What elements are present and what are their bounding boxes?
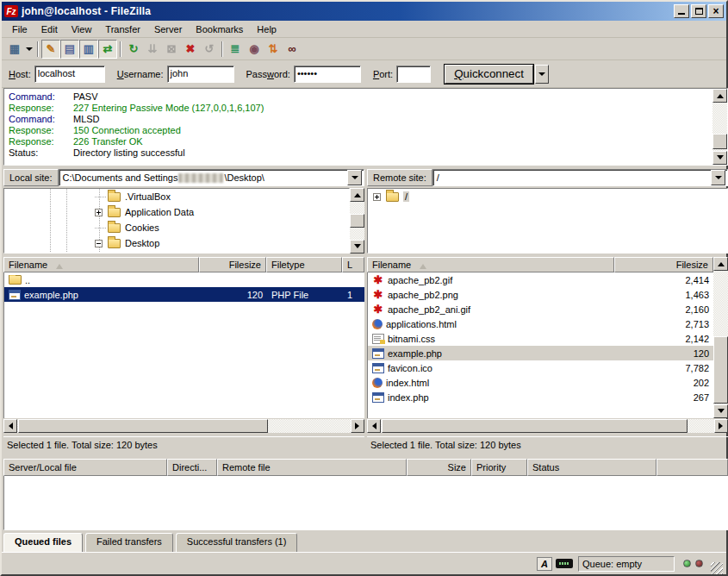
- local-column-l[interactable]: L: [342, 257, 364, 272]
- username-input[interactable]: john: [167, 66, 234, 83]
- cancel-button[interactable]: ⊠: [162, 40, 181, 59]
- resize-grip[interactable]: [711, 562, 723, 574]
- file-row[interactable]: ✱apache_pb2_ani.gif2,160: [368, 302, 713, 316]
- remote-site-combobox[interactable]: /: [432, 169, 728, 186]
- menu-item-file[interactable]: File: [5, 22, 34, 36]
- menu-item-bookmarks[interactable]: Bookmarks: [189, 22, 250, 36]
- tree-item-desktop[interactable]: Desktop: [4, 235, 349, 251]
- local-hscrollbar[interactable]: [3, 419, 364, 433]
- collapse-icon[interactable]: [95, 240, 103, 247]
- local-tree-scroll-up-button[interactable]: [350, 188, 364, 202]
- remote-hscroll-left-button[interactable]: [367, 419, 381, 433]
- expand-icon[interactable]: [95, 209, 103, 216]
- tab-queued-files[interactable]: Queued files: [3, 533, 83, 553]
- redacted-username: [178, 173, 223, 183]
- local-site-combobox[interactable]: C:\Documents and Settings\Desktop\: [59, 169, 364, 186]
- log-scroll-down-button[interactable]: [712, 151, 727, 165]
- toggle-log-button[interactable]: ✎: [41, 40, 60, 59]
- tree-item--virtualbox[interactable]: .VirtualBox: [4, 189, 349, 204]
- maximize-button[interactable]: [691, 4, 706, 18]
- process-queue-button[interactable]: ⇊: [143, 40, 162, 59]
- file-row[interactable]: bitnami.css2,142: [368, 331, 713, 346]
- remote-site-path: /: [437, 172, 439, 183]
- toggle-remote-tree-button[interactable]: ▥: [79, 40, 98, 59]
- refresh-button[interactable]: ↻: [124, 40, 143, 59]
- find-files-button[interactable]: ∞: [283, 40, 302, 59]
- menu-item-help[interactable]: Help: [250, 22, 283, 36]
- toggle-queue-button[interactable]: ⇄: [98, 40, 117, 59]
- menu-item-edit[interactable]: Edit: [34, 22, 65, 36]
- host-input[interactable]: localhost: [34, 66, 105, 83]
- file-row[interactable]: example.php120PHP File1: [4, 287, 364, 302]
- remote-list-scrollbar[interactable]: [713, 257, 728, 418]
- remote-hscroll-thumb[interactable]: [382, 419, 688, 433]
- queue-column-priority[interactable]: Priority: [471, 459, 527, 476]
- queue-column-empty[interactable]: [656, 459, 728, 476]
- file-row[interactable]: favicon.ico7,782: [368, 360, 713, 375]
- log-scroll-thumb[interactable]: [712, 134, 727, 149]
- transfer-type-icon[interactable]: A: [537, 557, 552, 571]
- file-row[interactable]: example.php120: [368, 346, 713, 360]
- file-row[interactable]: index.html202: [368, 375, 713, 390]
- queue-column-size[interactable]: Size: [407, 459, 471, 476]
- remote-list-scroll-thumb[interactable]: [713, 336, 728, 404]
- directory-comparison-button[interactable]: ◉: [245, 40, 264, 59]
- tree-item-root[interactable]: /: [368, 189, 727, 204]
- queue-column-directi-[interactable]: Directi...: [167, 459, 217, 476]
- log-scrollbar[interactable]: [712, 89, 727, 165]
- menu-item-transfer[interactable]: Transfer: [98, 22, 147, 36]
- remote-hscrollbar[interactable]: [367, 419, 728, 433]
- queue-column-server-local-file[interactable]: Server/Local file: [3, 459, 167, 476]
- tab-successful-transfers-1-[interactable]: Successful transfers (1): [176, 533, 298, 552]
- tree-item-cookies[interactable]: Cookies: [4, 220, 349, 235]
- menu-bar: FileEditViewTransferServerBookmarksHelp: [2, 21, 726, 38]
- file-row[interactable]: ..: [4, 272, 364, 287]
- port-input[interactable]: [396, 66, 431, 83]
- password-input[interactable]: ••••••: [294, 66, 361, 83]
- local-column-filesize[interactable]: Filesize: [199, 257, 266, 272]
- remote-column-filesize[interactable]: Filesize: [614, 257, 713, 272]
- local-tree-scroll-thumb[interactable]: [350, 214, 364, 228]
- quickconnect-button[interactable]: Quickconnect: [445, 65, 533, 84]
- local-site-dropdown-button[interactable]: [347, 170, 362, 185]
- toggle-local-tree-button[interactable]: ▤: [60, 40, 79, 59]
- site-manager-dropdown-icon[interactable]: [24, 40, 34, 59]
- remote-hscroll-right-button[interactable]: [714, 419, 728, 433]
- remote-list-scroll-up-button[interactable]: [713, 257, 728, 271]
- local-hscroll-right-button[interactable]: [351, 419, 364, 433]
- synchronized-browsing-button[interactable]: ⇅: [264, 40, 283, 59]
- local-hscroll-thumb[interactable]: [18, 419, 268, 433]
- menu-item-view[interactable]: View: [65, 22, 99, 36]
- file-row[interactable]: ✱apache_pb2.png1,463: [368, 287, 713, 302]
- disconnect-button[interactable]: ✖: [181, 40, 200, 59]
- local-hscroll-left-button[interactable]: [3, 419, 17, 433]
- local-tree-scroll-down-button[interactable]: [350, 240, 364, 254]
- speed-limits-icon[interactable]: [556, 559, 573, 568]
- remote-site-dropdown-button[interactable]: [711, 170, 725, 185]
- sort-ascending-icon: [56, 260, 63, 269]
- remote-column-filename[interactable]: Filename: [367, 257, 614, 272]
- expand-icon[interactable]: [373, 193, 381, 201]
- queue-column-status[interactable]: Status: [527, 459, 656, 476]
- queue-column-remote-file[interactable]: Remote file: [217, 459, 407, 476]
- file-row[interactable]: ✱apache_pb2.gif2,414: [368, 272, 713, 287]
- log-line-text: 227 Entering Passive Mode (127,0,0,1,6,1…: [73, 103, 264, 114]
- local-column-filename[interactable]: Filename: [3, 257, 199, 272]
- close-icon: ×: [712, 7, 719, 16]
- file-row[interactable]: index.php267: [368, 390, 713, 404]
- remote-list-scroll-down-button[interactable]: [713, 404, 728, 418]
- remote-directory-tree: /: [367, 188, 728, 254]
- minimize-button[interactable]: [674, 4, 689, 18]
- local-column-filetype[interactable]: Filetype: [266, 257, 342, 272]
- tab-failed-transfers[interactable]: Failed transfers: [85, 533, 173, 552]
- file-row[interactable]: applications.html2,713: [368, 316, 713, 331]
- tree-item-application-data[interactable]: Application Data: [4, 204, 349, 220]
- quickconnect-dropdown-button[interactable]: [535, 65, 549, 84]
- menu-item-server[interactable]: Server: [147, 22, 189, 36]
- log-scroll-up-button[interactable]: [712, 89, 727, 103]
- filter-button[interactable]: ≣: [226, 40, 245, 59]
- close-button[interactable]: ×: [708, 4, 724, 18]
- local-tree-scrollbar[interactable]: [350, 188, 364, 254]
- site-manager-button[interactable]: ▦: [5, 40, 24, 59]
- reconnect-button[interactable]: ↺: [200, 40, 219, 59]
